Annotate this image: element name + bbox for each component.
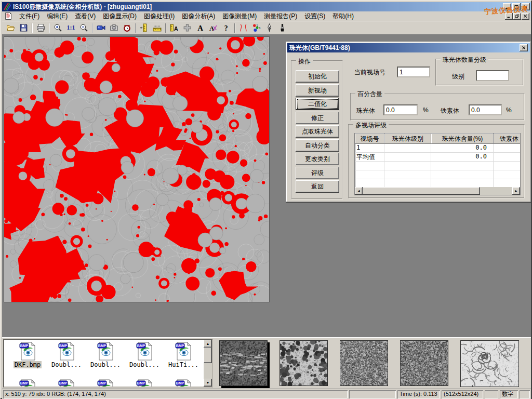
classify-button[interactable]: 1 3 <box>250 22 263 34</box>
brush-tool-button[interactable] <box>276 22 289 34</box>
svg-text:A: A <box>174 25 178 32</box>
save-button[interactable] <box>17 22 30 34</box>
file-item-row2[interactable]: BMP <box>48 379 85 388</box>
bmp-file-icon: BMP <box>175 342 192 361</box>
mdi-minimize-button[interactable] <box>505 13 513 20</box>
menu-image-analysis[interactable]: 图像分析(A) <box>178 11 219 22</box>
dialog-close-button[interactable] <box>520 44 528 51</box>
file-item-row2[interactable]: BMP <box>126 379 163 388</box>
status-empty-2 <box>485 390 498 398</box>
thumbnail-4[interactable] <box>400 340 448 386</box>
mdi-close-button[interactable] <box>522 13 529 20</box>
header-pearlite-pct[interactable]: 珠光体含量(%) <box>431 134 494 144</box>
menu-edit[interactable]: 编辑(E) <box>43 11 71 22</box>
change-class-button[interactable]: 更改类别 <box>296 153 339 165</box>
ruler-measure-button[interactable] <box>151 22 164 34</box>
toolbar: 1:1 <box>2 21 531 35</box>
file-item-doubl-2[interactable]: BMP Doubl... <box>87 342 124 368</box>
grade-input[interactable] <box>476 70 509 81</box>
close-button[interactable] <box>522 3 530 10</box>
menu-help[interactable]: 帮助(H) <box>329 11 357 22</box>
zoom-in-button[interactable] <box>51 22 64 34</box>
grid-align-button[interactable] <box>181 22 194 34</box>
grade-button[interactable]: 评级 <box>296 167 339 179</box>
video-capture-button[interactable] <box>95 22 108 34</box>
dialog-title-bar[interactable]: 珠光体(GB/T9441-88) <box>287 43 530 52</box>
table-row[interactable]: 平均值 0.0 <box>355 153 520 162</box>
svg-text:BMP: BMP <box>137 381 145 385</box>
thumbnail-1[interactable] <box>219 340 268 386</box>
thumbnail-5[interactable] <box>460 340 519 387</box>
menu-image-display[interactable]: 图像显示(D) <box>99 11 140 22</box>
curve-tool-button[interactable] <box>237 22 250 34</box>
text-edit-button[interactable]: A <box>207 22 220 34</box>
camera-capture-button[interactable] <box>108 22 121 34</box>
measure-annotate-button[interactable]: A <box>168 22 181 34</box>
menu-file[interactable]: 文件(F) <box>16 11 43 22</box>
header-field-no[interactable]: 视场号 <box>355 134 384 144</box>
menu-image-process[interactable]: 图像处理(I) <box>140 11 178 22</box>
pick-pearlite-button[interactable]: 点取珠光体 <box>296 125 339 138</box>
file-item-row2[interactable]: BMP <box>87 379 124 388</box>
file-item-doubl-3[interactable]: BMP Doubl... <box>126 342 163 368</box>
header-ferrite[interactable]: 铁素体 <box>494 134 521 144</box>
scroll-up-button[interactable]: ▲ <box>204 340 212 348</box>
svg-text:BMP: BMP <box>137 344 145 348</box>
cell-pct: 0.0 <box>431 144 494 153</box>
header-pearlite-grade[interactable]: 珠光体级别 <box>384 134 431 144</box>
file-list-v-scrollbar[interactable]: ▲ ▼ <box>204 340 212 387</box>
pen-tool-button[interactable] <box>263 22 276 34</box>
current-field-label: 当前视场号 <box>354 68 385 77</box>
mdi-restore-button[interactable] <box>513 13 521 20</box>
menu-view[interactable]: 查看(V) <box>71 11 99 22</box>
scroll-down-button[interactable]: ▼ <box>204 379 212 387</box>
binarize-button[interactable]: 二值化 <box>296 98 339 110</box>
minimize-button[interactable] <box>503 3 511 10</box>
app-window: IS100显微摄像系统(金相分析版) - [zhuguangti01] 宁波仪器… <box>0 0 532 399</box>
auto-classify-button[interactable]: 自动分类 <box>296 139 339 152</box>
bmp-file-icon: BMP <box>58 342 75 361</box>
file-item-huiti[interactable]: BMP HuiTi... <box>165 342 202 368</box>
rating-table[interactable]: 视场号 珠光体级别 珠光体含量(%) 铁素体 1 0.0 平均值 0.0 <box>354 133 521 195</box>
table-row[interactable]: 1 0.0 <box>355 144 520 153</box>
file-item-doubl-1[interactable]: BMP Doubl... <box>48 342 85 368</box>
micrograph-image[interactable] <box>4 36 270 302</box>
operation-group: 操作 初始化 新视场 二值化 修正 点取珠光体 自动分类 更改类别 评级 返回 <box>291 60 343 200</box>
initialize-button[interactable]: 初始化 <box>296 70 339 83</box>
caliper-measure-button[interactable] <box>138 22 151 34</box>
scroll-right-button[interactable]: ► <box>512 187 520 195</box>
thumbnail-2[interactable] <box>280 340 328 386</box>
file-list[interactable]: BMP DKF.bmp BMP Doubl... BMP Doubl <box>3 339 213 388</box>
open-button[interactable] <box>4 22 17 34</box>
zoom-out-button[interactable] <box>77 22 90 34</box>
maximize-button[interactable] <box>512 3 521 10</box>
document-icon[interactable] <box>4 12 12 20</box>
text-button[interactable]: A <box>194 22 207 34</box>
thumbnail-3[interactable] <box>340 340 388 386</box>
scroll-left-button[interactable]: ◄ <box>355 187 363 195</box>
pearlite-percent-input[interactable] <box>383 104 418 115</box>
file-item-dkf[interactable]: BMP DKF.bmp <box>9 342 46 368</box>
correct-button[interactable]: 修正 <box>296 112 339 124</box>
cell-field-no: 平均值 <box>355 153 384 162</box>
return-button[interactable]: 返回 <box>296 180 339 193</box>
ferrite-percent-input[interactable] <box>469 104 502 115</box>
pen-nib-icon <box>265 23 274 32</box>
help-button[interactable]: ? <box>220 22 233 34</box>
menu-settings[interactable]: 设置(S) <box>301 11 329 22</box>
file-item-row2[interactable]: BMP <box>165 379 202 388</box>
status-empty-3 <box>520 390 530 398</box>
current-field-input[interactable] <box>397 66 430 77</box>
file-item-row2[interactable]: BMP <box>9 379 46 388</box>
new-field-button[interactable]: 新视场 <box>296 84 339 97</box>
timer-button[interactable] <box>121 22 134 34</box>
scrollbar-track[interactable] <box>480 187 512 195</box>
video-camera-icon <box>97 23 105 32</box>
scrollbar-thumb[interactable] <box>204 348 212 363</box>
table-h-scrollbar[interactable]: ◄ ► <box>355 187 520 195</box>
actual-size-button[interactable]: 1:1 <box>64 22 77 34</box>
menu-report[interactable]: 测量报告(P) <box>260 11 301 22</box>
print-button[interactable] <box>34 22 47 34</box>
menu-image-measure[interactable]: 图像测量(M) <box>219 11 260 22</box>
scrollbar-thumb[interactable] <box>363 187 480 195</box>
